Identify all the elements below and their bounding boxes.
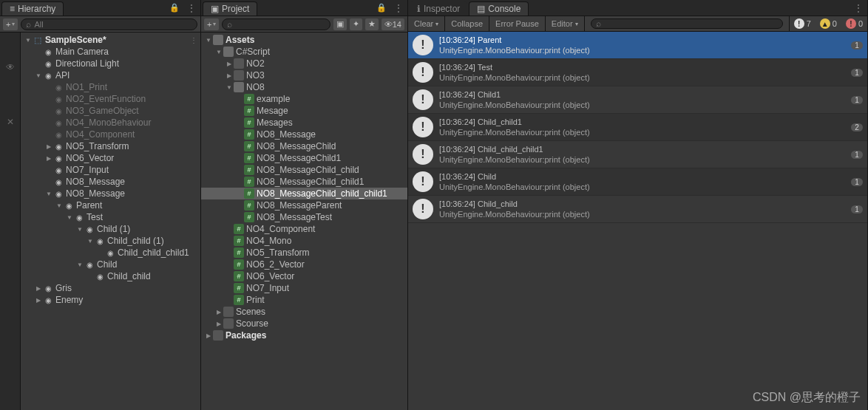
hierarchy-item[interactable]: API [21, 69, 200, 81]
console-entry[interactable]: ![10:36:24] ParentUnityEngine.MonoBehavi… [408, 32, 867, 59]
log-icon: ! [413, 144, 433, 165]
project-item[interactable]: NO8_Message [201, 129, 407, 140]
lock-icon[interactable]: 🔒 [373, 3, 390, 13]
project-item[interactable]: NO3 [201, 69, 407, 81]
filter2-icon[interactable]: ✦ [350, 18, 362, 30]
inspector-tab[interactable]: ℹ Inspector [410, 1, 467, 16]
lock-icon[interactable]: 🔒 [166, 3, 183, 13]
project-item[interactable]: Assets [201, 34, 407, 46]
console-entry[interactable]: ![10:36:24] TestUnityEngine.MonoBehaviou… [408, 59, 867, 86]
hierarchy-tabs: ≡ Hierarchy 🔒 ⋮ [0, 0, 200, 16]
hierarchy-item[interactable]: Child_child [21, 270, 200, 282]
console-list[interactable]: ![10:36:24] ParentUnityEngine.MonoBehavi… [408, 32, 867, 410]
warn-count[interactable]: ▲0 [816, 18, 841, 29]
hierarchy-item[interactable]: NO6_Vector [21, 152, 200, 164]
clear-button[interactable]: Clear ▾ [408, 16, 445, 31]
filter-icon[interactable]: ▣ [333, 18, 347, 30]
hidden-count[interactable]: 👁14 [382, 18, 404, 30]
project-item[interactable]: NO8 [201, 81, 407, 93]
project-item[interactable]: NO7_Input [201, 282, 407, 294]
project-item[interactable]: NO6_2_Vector [201, 259, 407, 270]
log-icon: ! [413, 35, 433, 55]
eye-icon[interactable]: 👁 [6, 62, 15, 72]
hierarchy-item[interactable]: Directional Light [21, 58, 200, 69]
favorite-icon[interactable]: ★ [365, 18, 379, 30]
project-item[interactable]: NO5_Transform [201, 247, 407, 259]
project-item[interactable]: NO8_MessageTest [201, 211, 407, 223]
right-panel: ℹ Inspector ▤ Console ⋮ Clear ▾ Collapse… [408, 0, 868, 410]
project-item[interactable]: example [201, 93, 407, 105]
hierarchy-item[interactable]: NO1_Print [21, 81, 200, 93]
hierarchy-item[interactable]: NO4_MonoBehaviour [21, 117, 200, 129]
log-icon: ! [413, 117, 433, 137]
project-item[interactable]: Print [201, 294, 407, 306]
error-pause-button[interactable]: Error Pause [489, 16, 546, 31]
project-item[interactable]: Packages [201, 329, 407, 341]
project-item[interactable]: NO4_Component [201, 223, 407, 235]
hierarchy-item[interactable]: NO5_Transform [21, 140, 200, 152]
hierarchy-item[interactable]: NO2_EventFunction [21, 93, 200, 105]
hierarchy-item[interactable]: NO4_Component [21, 129, 200, 140]
project-item[interactable]: NO8_MessageParent [201, 199, 407, 211]
console-entry[interactable]: ![10:36:24] Child1UnityEngine.MonoBehavi… [408, 86, 867, 114]
panel-menu-icon[interactable]: ⋮ [850, 3, 867, 13]
hierarchy-item[interactable]: NO8_Message [21, 188, 200, 199]
project-item[interactable]: NO8_MessageChild_child1 [201, 176, 407, 188]
project-item[interactable]: NO6_Vector [201, 270, 407, 282]
panel-menu-icon[interactable]: ⋮ [390, 3, 407, 13]
hierarchy-item[interactable]: NO3_GameObject [21, 105, 200, 117]
hierarchy-tab[interactable]: ≡ Hierarchy [1, 1, 64, 16]
hierarchy-tab-label: Hierarchy [18, 4, 55, 14]
entry-count: 1 [851, 178, 863, 186]
info-icon: ℹ [417, 4, 421, 14]
project-item[interactable]: NO8_MessageChild_child_child1 [201, 188, 407, 199]
project-tabs: ▣ Project 🔒 ⋮ [201, 0, 407, 16]
crossed-icon[interactable]: ✕ [7, 117, 14, 127]
console-tab[interactable]: ▤ Console [469, 1, 529, 16]
create-dropdown[interactable]: + [3, 18, 18, 30]
hierarchy-item[interactable]: NO8_Message [21, 176, 200, 188]
project-item[interactable]: NO8_MessageChild_child [201, 164, 407, 176]
info-count[interactable]: !7 [790, 18, 816, 29]
hierarchy-item[interactable]: Enemy [21, 294, 200, 306]
project-item[interactable]: NO2 [201, 58, 407, 69]
hierarchy-item[interactable]: Child_child_child1 [21, 247, 200, 259]
project-tab[interactable]: ▣ Project [203, 1, 257, 16]
hierarchy-item[interactable]: Child [21, 259, 200, 270]
console-entry[interactable]: ![10:36:24] ChildUnityEngine.MonoBehavio… [408, 168, 867, 196]
hierarchy-item[interactable]: Main Camera [21, 46, 200, 58]
entry-count: 1 [851, 69, 863, 77]
hierarchy-item[interactable]: Test [21, 211, 200, 223]
create-dropdown[interactable]: + [204, 18, 219, 30]
hierarchy-item[interactable]: NO7_Input [21, 164, 200, 176]
hierarchy-tree[interactable]: SampleScene*⋮Main CameraDirectional Ligh… [21, 33, 200, 410]
hierarchy-search[interactable]: All [21, 18, 197, 30]
project-search[interactable] [222, 18, 330, 30]
collapse-button[interactable]: Collapse [445, 16, 489, 31]
console-entry[interactable]: ![10:36:24] Child_childUnityEngine.MonoB… [408, 196, 867, 223]
console-search[interactable] [591, 18, 783, 29]
console-entry[interactable]: ![10:36:24] Child_child1UnityEngine.Mono… [408, 114, 867, 141]
error-count[interactable]: !0 [841, 18, 867, 29]
project-item[interactable]: Mesage [201, 105, 407, 117]
project-item[interactable]: Scourse [201, 318, 407, 329]
log-icon: ! [413, 62, 433, 83]
panel-menu-icon[interactable]: ⋮ [183, 3, 200, 13]
hierarchy-item[interactable]: Child (1) [21, 223, 200, 235]
log-icon: ! [413, 171, 433, 192]
project-item[interactable]: Scenes [201, 306, 407, 318]
hierarchy-item[interactable]: Parent [21, 199, 200, 211]
project-tree[interactable]: AssetsC#ScriptNO2NO3NO8exampleMesageMesa… [201, 33, 407, 410]
project-item[interactable]: NO8_MessageChild [201, 140, 407, 152]
project-item[interactable]: Mesages [201, 117, 407, 129]
entry-count: 2 [851, 123, 863, 131]
console-entry[interactable]: ![10:36:24] Child_child_child1UnityEngin… [408, 141, 867, 168]
project-item[interactable]: NO4_Mono [201, 235, 407, 247]
project-item[interactable]: NO8_MessageChild1 [201, 152, 407, 164]
editor-dropdown[interactable]: Editor ▾ [546, 16, 585, 31]
hierarchy-item[interactable]: Child_child (1) [21, 235, 200, 247]
project-item[interactable]: C#Script [201, 46, 407, 58]
scene-row[interactable]: SampleScene*⋮ [21, 34, 200, 46]
hierarchy-icon: ≡ [10, 4, 15, 14]
hierarchy-item[interactable]: Gris [21, 282, 200, 294]
